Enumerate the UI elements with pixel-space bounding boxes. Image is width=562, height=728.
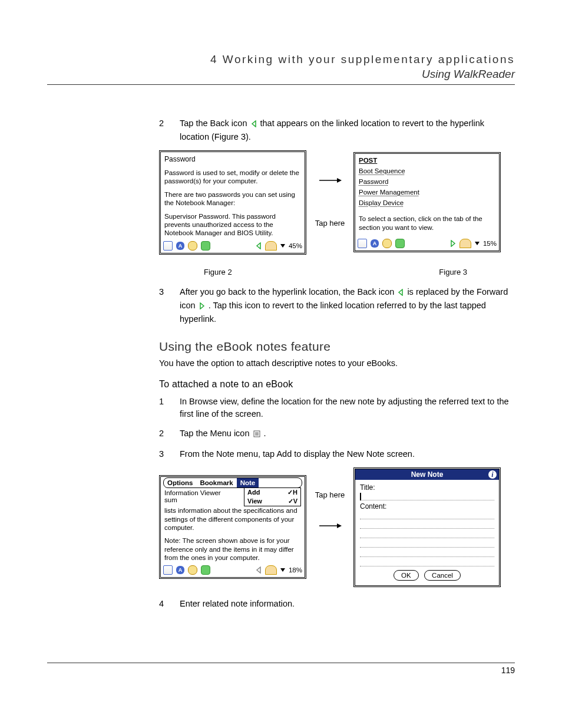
menu-options[interactable]: Options <box>164 478 196 487</box>
highlight-icon[interactable] <box>201 241 210 251</box>
step-text: From the Note menu, tap Add to display t… <box>180 448 512 460</box>
back-icon <box>251 118 257 131</box>
svg-marker-4 <box>337 178 342 183</box>
note-step-4: 4 Enter related note information. <box>159 598 512 610</box>
tap-here-label-2: Tap here <box>315 490 345 499</box>
fig2-progress: 45% <box>289 242 302 249</box>
svg-marker-1 <box>257 243 260 249</box>
dropdown-icon[interactable] <box>280 568 285 572</box>
step-text: In Browse view, define the location for … <box>180 396 512 420</box>
find-icon[interactable] <box>382 239 392 248</box>
dd-add-shortcut: ✓H <box>287 489 297 496</box>
menu-icon[interactable] <box>358 239 367 248</box>
page-header: 4 Working with your supplementary applic… <box>47 53 515 85</box>
figure-3-panel: POST Boot Sequence Password Power Manage… <box>353 152 501 252</box>
page-thumb-icon[interactable] <box>459 239 471 248</box>
fig3-link-post[interactable]: POST <box>359 157 377 164</box>
content-input-line[interactable] <box>360 521 494 529</box>
note-step-2: 2 Tap the Menu icon . <box>159 427 512 441</box>
step-2: 2 Tap the Back icon that appears on the … <box>159 117 512 143</box>
font-icon[interactable]: A <box>176 242 184 250</box>
forward-icon <box>199 301 205 313</box>
svg-marker-13 <box>257 567 260 573</box>
fig3-link-power[interactable]: Power Management <box>359 189 419 196</box>
figMenu-line-before: Information Viewer sum <box>164 489 235 503</box>
figMenu-p1: lists information about the specificatio… <box>164 506 301 532</box>
info-icon[interactable]: i <box>488 470 497 479</box>
highlight-icon[interactable] <box>395 239 405 248</box>
ok-button[interactable]: OK <box>394 570 419 581</box>
step-number: 3 <box>159 448 180 460</box>
back-nav-icon[interactable] <box>256 566 262 574</box>
step-number: 3 <box>159 286 180 325</box>
heading-attach-note: To attached a note to an eBook <box>159 379 512 390</box>
fig2-p1: Password is used to set, modify or delet… <box>164 169 301 186</box>
figMenu-progress: 18% <box>289 566 302 574</box>
fig3-link-disp[interactable]: Display Device <box>359 199 404 206</box>
dd-view-shortcut: ✓V <box>288 498 297 505</box>
back-icon <box>398 287 404 299</box>
arrow-right-icon <box>318 177 342 219</box>
font-icon[interactable]: A <box>176 566 184 574</box>
page-thumb-icon[interactable] <box>265 565 277 575</box>
page-thumb-icon[interactable] <box>265 241 277 251</box>
step-text: Tap the Back icon that appears on the li… <box>180 117 512 143</box>
fig2-toolbar: A 45% <box>161 240 305 253</box>
menu-icon <box>253 429 260 441</box>
dropdown-item-add[interactable]: Add ✓H <box>244 488 300 497</box>
page-number: 119 <box>501 666 515 675</box>
cancel-button[interactable]: Cancel <box>424 570 461 581</box>
content-input-line[interactable] <box>360 531 494 538</box>
step-number: 1 <box>159 396 180 420</box>
svg-marker-14 <box>280 568 285 572</box>
dropdown-item-view[interactable]: View ✓V <box>244 497 300 506</box>
svg-marker-2 <box>280 244 285 248</box>
step-3-text-a: After you go back to the hyperlink locat… <box>180 287 396 297</box>
dd-view-label: View <box>247 498 262 505</box>
fig2-p2: There are two passwords you can set usin… <box>164 190 301 207</box>
dropdown-icon[interactable] <box>280 244 285 248</box>
svg-marker-6 <box>475 242 480 245</box>
figure-2-panel: Password Password is used to set, modify… <box>159 150 306 255</box>
dd-add-label: Add <box>247 489 260 496</box>
note-step-3: 3 From the Note menu, tap Add to display… <box>159 448 512 460</box>
content-input[interactable] <box>360 512 494 519</box>
svg-marker-7 <box>399 289 402 295</box>
highlight-icon[interactable] <box>201 565 210 575</box>
svg-marker-0 <box>252 121 256 127</box>
back-nav-icon[interactable] <box>256 242 262 249</box>
content-input-line[interactable] <box>360 540 494 548</box>
find-icon[interactable] <box>188 241 197 251</box>
menu-note[interactable]: Note <box>237 478 259 487</box>
menu-icon[interactable] <box>163 565 173 575</box>
field-label-content: Content: <box>360 502 494 510</box>
fig3-p1: To select a section, click on the tab of… <box>359 215 495 232</box>
figure-captions: Figure 2 Figure 3 <box>159 268 512 276</box>
forward-nav-icon[interactable] <box>450 240 456 247</box>
title-input[interactable] <box>360 493 494 500</box>
note-step-2-text-a: Tap the Menu icon <box>180 429 252 438</box>
svg-marker-8 <box>200 303 204 309</box>
find-icon[interactable] <box>188 565 197 575</box>
menu-icon[interactable] <box>163 241 173 251</box>
dropdown-icon[interactable] <box>475 242 480 245</box>
content-input-line[interactable] <box>360 559 494 566</box>
fig3-toolbar: A 15% <box>355 238 499 251</box>
page-footer: 119 <box>47 663 515 675</box>
heading-desc: You have the option to attach descriptiv… <box>159 357 512 370</box>
chapter-title: 4 Working with your supplementary applic… <box>47 53 515 66</box>
figure-arrow-column: Tap here <box>306 177 353 228</box>
step-text: Tap the Menu icon . <box>180 427 512 441</box>
tap-here-label: Tap here <box>315 219 345 228</box>
figMenu-p2: Note: The screen shown above is for your… <box>164 536 301 562</box>
font-icon[interactable]: A <box>371 239 379 248</box>
fig2-caption: Figure 2 <box>159 268 277 276</box>
fig3-link-pwd[interactable]: Password <box>359 178 389 185</box>
fig3-link-boot[interactable]: Boot Sequence <box>359 167 405 174</box>
content-input-line[interactable] <box>360 549 494 557</box>
step-text: Enter related note information. <box>180 598 512 610</box>
fig2-title: Password <box>164 155 301 164</box>
note-dropdown: Add ✓H View ✓V <box>244 487 301 506</box>
dialog-title: New Note <box>411 470 444 479</box>
menu-bookmark[interactable]: Bookmark <box>196 478 236 487</box>
